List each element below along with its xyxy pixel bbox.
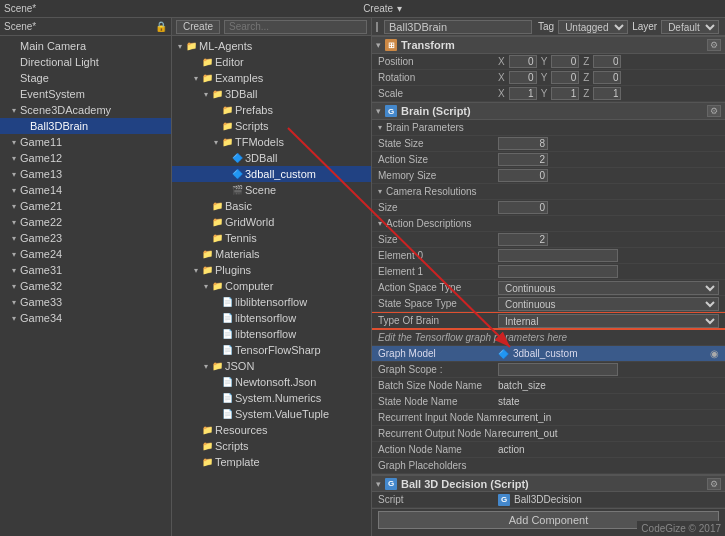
camera-resolutions-header[interactable]: ▾ Camera Resolutions — [372, 184, 725, 200]
expand-icon: ▾ — [212, 138, 220, 147]
tree-item-game32[interactable]: ▾ Game32 — [0, 278, 171, 294]
project-item-editor[interactable]: 📁 Editor — [172, 54, 371, 70]
layer-select[interactable]: Default — [661, 20, 719, 34]
project-item-json[interactable]: ▾ 📁 JSON — [172, 358, 371, 374]
tree-item-game33[interactable]: ▾ Game33 — [0, 294, 171, 310]
rotation-y[interactable] — [551, 71, 579, 84]
project-item-valuetuple[interactable]: 📄 System.ValueTuple — [172, 406, 371, 422]
brain-section-header[interactable]: ▾ G Brain (Script) ⚙ — [372, 102, 725, 120]
action-space-type-row: Action Space Type Continuous Discrete — [372, 280, 725, 296]
project-item-libtensorflow2[interactable]: 📄 libtensorflow — [172, 326, 371, 342]
edit-tf-row: Edit the Tensorflow graph parameters her… — [372, 330, 725, 346]
project-item-materials[interactable]: 📁 Materials — [172, 246, 371, 262]
folder-icon: 📁 — [212, 217, 223, 227]
project-item-tensorflowsharp[interactable]: 📄 TensorFlowSharp — [172, 342, 371, 358]
project-item-resources[interactable]: 📁 Resources — [172, 422, 371, 438]
graph-model-picker-icon[interactable]: ◉ — [710, 348, 719, 359]
project-item-examples[interactable]: ▾ 📁 Examples — [172, 70, 371, 86]
element0-input[interactable] — [498, 249, 618, 262]
memory-size-row: Memory Size — [372, 168, 725, 184]
scale-x[interactable] — [509, 87, 537, 100]
project-search-input[interactable] — [224, 20, 367, 34]
state-space-type-select[interactable]: Continuous Discrete — [498, 297, 719, 311]
brain-icon: G — [385, 105, 397, 117]
tree-item-game34[interactable]: ▾ Game34 — [0, 310, 171, 326]
tree-item-game21[interactable]: ▾ Game21 — [0, 198, 171, 214]
brain-settings-icon[interactable]: ⚙ — [707, 105, 721, 117]
tree-item-scene3dacademy[interactable]: ▾ Scene3DAcademy — [0, 102, 171, 118]
project-item-3dball-file[interactable]: 🔷 3DBall — [172, 150, 371, 166]
action-space-type-select[interactable]: Continuous Discrete — [498, 281, 719, 295]
action-size-input[interactable] — [498, 153, 548, 166]
transform-settings-icon[interactable]: ⚙ — [707, 39, 721, 51]
file-icon: 🔷 — [232, 153, 243, 163]
tree-item-game11[interactable]: ▾ Game11 — [0, 134, 171, 150]
project-item-label: libtensorflow — [235, 312, 296, 324]
project-item-basic[interactable]: 📁 Basic — [172, 198, 371, 214]
expand-icon: ▾ — [202, 90, 210, 99]
ball3d-section-header[interactable]: ▾ G Ball 3D Decision (Script) ⚙ — [372, 474, 725, 492]
state-size-input[interactable] — [498, 137, 548, 150]
tree-item-label: Directional Light — [20, 56, 99, 68]
tree-item-main-camera[interactable]: Main Camera — [0, 38, 171, 54]
object-name-input[interactable] — [384, 20, 532, 34]
hierarchy-title: Scene* — [4, 21, 36, 32]
tag-select[interactable]: Untagged — [558, 20, 628, 34]
project-item-newtonsoft[interactable]: 📄 Newtonsoft.Json — [172, 374, 371, 390]
project-item-scene[interactable]: 🎬 Scene — [172, 182, 371, 198]
project-item-3dball-custom[interactable]: 🔷 3dball_custom — [172, 166, 371, 182]
position-z[interactable] — [593, 55, 621, 68]
project-item-tennis[interactable]: 📁 Tennis — [172, 230, 371, 246]
tree-item-game24[interactable]: ▾ Game24 — [0, 246, 171, 262]
graph-scope-input[interactable] — [498, 363, 618, 376]
rotation-x[interactable] — [509, 71, 537, 84]
scale-z[interactable] — [593, 87, 621, 100]
element1-input[interactable] — [498, 265, 618, 278]
project-item-gridworld[interactable]: 📁 GridWorld — [172, 214, 371, 230]
tree-item-stage[interactable]: Stage — [0, 70, 171, 86]
project-item-label: Template — [215, 456, 260, 468]
folder-icon: 📁 — [212, 281, 223, 291]
project-item-3dball[interactable]: ▾ 📁 3DBall — [172, 86, 371, 102]
action-desc-size-input[interactable] — [498, 233, 548, 246]
project-item-computer[interactable]: ▾ 📁 Computer — [172, 278, 371, 294]
tree-item-game13[interactable]: ▾ Game13 — [0, 166, 171, 182]
project-item-scripts[interactable]: 📁 Scripts — [172, 118, 371, 134]
tree-item-game31[interactable]: ▾ Game31 — [0, 262, 171, 278]
project-item-ml-agents[interactable]: ▾ 📁 ML-Agents — [172, 38, 371, 54]
position-y[interactable] — [551, 55, 579, 68]
scale-y[interactable] — [551, 87, 579, 100]
tree-item-game23[interactable]: ▾ Game23 — [0, 230, 171, 246]
tree-item-directional-light[interactable]: Directional Light — [0, 54, 171, 70]
project-item-template[interactable]: 📁 Template — [172, 454, 371, 470]
tree-item-game22[interactable]: ▾ Game22 — [0, 214, 171, 230]
active-toggle[interactable] — [376, 22, 378, 32]
ball3d-script-value: G Ball3DDecision — [498, 494, 719, 506]
project-item-libtensorflow1[interactable]: 📄 libtensorflow — [172, 310, 371, 326]
tree-item-ball3dbrain[interactable]: Ball3DBrain — [0, 118, 171, 134]
type-of-brain-select[interactable]: Internal External Player Heuristic — [498, 314, 719, 328]
project-item-liblibtensorflow[interactable]: 📄 liblibtensorflow — [172, 294, 371, 310]
camera-size-input[interactable] — [498, 201, 548, 214]
folder-icon: 📁 — [222, 121, 233, 131]
project-item-plugins[interactable]: ▾ 📁 Plugins — [172, 262, 371, 278]
transform-section-header[interactable]: ▾ ⊞ Transform ⚙ — [372, 36, 725, 54]
brain-params-header[interactable]: ▾ Brain Parameters — [372, 120, 725, 136]
project-item-numerics[interactable]: 📄 System.Numerics — [172, 390, 371, 406]
rotation-z[interactable] — [593, 71, 621, 84]
position-x[interactable] — [509, 55, 537, 68]
action-descriptions-header[interactable]: ▾ Action Descriptions — [372, 216, 725, 232]
position-values: X Y Z — [498, 55, 719, 68]
tree-item-game12[interactable]: ▾ Game12 — [0, 150, 171, 166]
hierarchy-lock-icon[interactable]: 🔒 — [155, 21, 167, 32]
ball3d-settings-icon[interactable]: ⚙ — [707, 478, 721, 490]
project-item-prefabs[interactable]: 📁 Prefabs — [172, 102, 371, 118]
project-item-tfmodels[interactable]: ▾ 📁 TFModels — [172, 134, 371, 150]
tree-item-eventsystem[interactable]: EventSystem — [0, 86, 171, 102]
project-item-scripts2[interactable]: 📁 Scripts — [172, 438, 371, 454]
tree-item-game14[interactable]: ▾ Game14 — [0, 182, 171, 198]
project-create-button[interactable]: Create — [176, 20, 220, 34]
create-dropdown-icon[interactable]: ▾ — [397, 3, 402, 14]
project-item-label: 3dball_custom — [245, 168, 316, 180]
memory-size-input[interactable] — [498, 169, 548, 182]
